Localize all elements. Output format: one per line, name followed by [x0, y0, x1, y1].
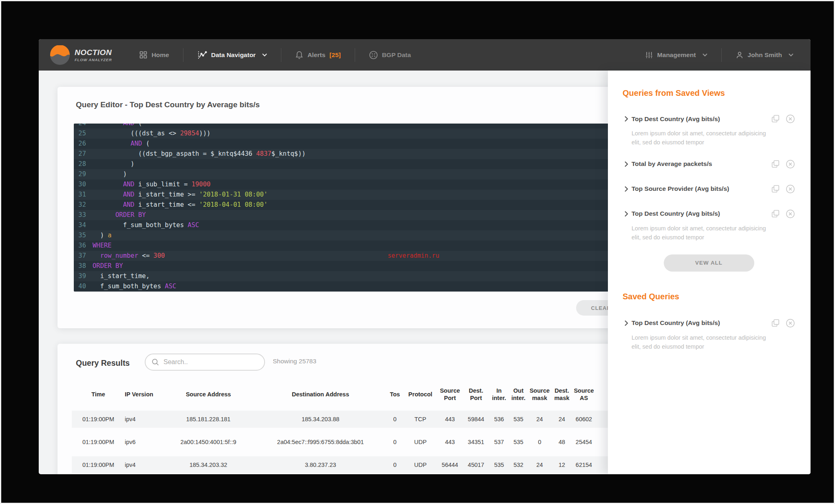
- saved-item: Top Dest Country (Avg bits/s)Lorem ipsum…: [623, 114, 795, 147]
- alerts-count-badge: [25]: [329, 51, 341, 59]
- code-token: ): [93, 169, 127, 179]
- nav-item-home[interactable]: Home: [139, 51, 169, 59]
- column-header: IP Version: [125, 391, 161, 398]
- saved-item-row[interactable]: Top Dest Country (Avg bits/s): [623, 209, 795, 219]
- nav-item-bgp-data[interactable]: BGP Data: [369, 51, 411, 60]
- column-header: Source mask: [528, 387, 552, 402]
- remove-icon[interactable]: [786, 159, 795, 169]
- chevron-right-icon[interactable]: [623, 116, 630, 122]
- table-cell: 34351: [463, 439, 489, 445]
- query-editor-title: Query Editor - Top Dest Country by Avera…: [76, 100, 260, 109]
- chevron-right-icon[interactable]: [623, 320, 630, 326]
- saved-item-actions: [771, 159, 795, 169]
- code-line: 25 (((dst_as <> 29854))): [74, 128, 618, 139]
- code-token: row_number: [100, 251, 138, 261]
- nav-item-user[interactable]: John Smith: [736, 51, 793, 59]
- code-token: [93, 179, 123, 190]
- code-line: 38ORDER BY: [74, 261, 618, 271]
- table-cell: 535: [489, 462, 509, 468]
- remove-icon[interactable]: [786, 184, 795, 194]
- screenshot-frame: NOCTION FLOW ANALYZER Home Data Navi: [0, 0, 835, 504]
- code-token: AND: [130, 139, 142, 149]
- sql-code-editor[interactable]: 24 AND (25 (((dst_as <> 29854)))26 AND (…: [74, 124, 618, 292]
- user-icon: [736, 51, 744, 59]
- chevron-down-icon: [789, 53, 793, 57]
- chevron-right-icon[interactable]: [623, 186, 630, 192]
- column-header: Out inter.: [509, 387, 528, 402]
- table-cell: 2a04:5ec7::f995:6755:8dda:3b01: [255, 439, 386, 445]
- line-number: 37: [74, 251, 93, 261]
- copy-icon[interactable]: [771, 114, 780, 123]
- sliders-icon: [645, 51, 653, 59]
- code-token: [93, 251, 100, 261]
- saved-item-label[interactable]: Top Dest Country (Avg bits/s): [632, 115, 771, 123]
- table-cell: 45017: [463, 462, 489, 468]
- table-row[interactable]: 01:19:00PMipv4185.34.203.323.80.237.230U…: [72, 456, 628, 473]
- nav-item-data-navigator[interactable]: Data Navigator: [197, 51, 267, 60]
- code-token: ASC: [165, 281, 176, 292]
- showing-count: Showing 25783: [273, 358, 316, 365]
- saved-item: Top Source Provider (Avg bits/s): [623, 184, 795, 194]
- table-row[interactable]: 01:19:00PMipv4185.181.228.181185.34.203.…: [72, 411, 628, 428]
- code-line: 37 row_number <= 300serveradmin.ru: [74, 251, 618, 261]
- table-cell: 56444: [437, 462, 463, 468]
- code-token: i_start_time <=: [135, 200, 199, 210]
- copy-icon[interactable]: [771, 159, 780, 168]
- code-token: ORDER BY: [93, 261, 123, 271]
- chevron-down-icon: [702, 53, 707, 57]
- table-cell: 537: [489, 439, 509, 445]
- code-token: '2018-04-01 08:00': [199, 200, 267, 210]
- column-header: Source Address: [161, 391, 255, 398]
- saved-item-description: Lorem ipsum dolor sit amet, consectetur …: [632, 333, 766, 351]
- remove-icon[interactable]: [786, 318, 795, 328]
- table-cell: 0: [386, 439, 404, 445]
- code-token: 4837: [256, 149, 271, 159]
- remove-icon[interactable]: [786, 209, 795, 219]
- search-input[interactable]: [163, 358, 258, 366]
- saved-item-row[interactable]: Top Dest Country (Avg bits/s): [623, 318, 795, 328]
- saved-item-label[interactable]: Top Dest Country (Avg bits/s): [632, 319, 771, 327]
- saved-item-label[interactable]: Top Dest Country (Avg bits/s): [632, 210, 771, 217]
- brand-subtitle: FLOW ANALYZER: [75, 57, 112, 62]
- nav-item-label: Data Navigator: [211, 51, 256, 59]
- copy-icon[interactable]: [771, 318, 780, 327]
- nav-item-management[interactable]: Management: [645, 51, 707, 59]
- table-cell: TCP: [404, 416, 437, 422]
- copy-icon[interactable]: [771, 184, 780, 193]
- nav-item-alerts[interactable]: Alerts [25]: [295, 51, 341, 60]
- code-token: WHERE: [93, 241, 112, 251]
- remove-icon[interactable]: [786, 114, 795, 124]
- code-token: AND: [123, 200, 135, 210]
- noction-logo-icon: [50, 45, 70, 65]
- view-all-button[interactable]: VEW ALL: [664, 254, 754, 272]
- saved-item-label[interactable]: Total by Average packets/s: [632, 160, 771, 168]
- table-cell: 535: [509, 416, 528, 422]
- code-line: 35 ) a: [74, 230, 618, 241]
- copy-icon[interactable]: [771, 209, 780, 218]
- chevron-right-icon[interactable]: [623, 161, 630, 167]
- saved-item-row[interactable]: Top Source Provider (Avg bits/s): [623, 184, 795, 194]
- line-number: 33: [74, 210, 93, 220]
- code-line: 28 ): [74, 159, 618, 169]
- table-cell: 443: [437, 439, 463, 445]
- line-chart-icon: [197, 51, 207, 60]
- saved-item-row[interactable]: Total by Average packets/s: [623, 159, 795, 169]
- code-token: ))): [199, 128, 210, 139]
- nav-separator: [183, 48, 183, 62]
- column-header: Destination Address: [255, 391, 386, 398]
- code-line: 30 AND i_sub_limit = 19000: [74, 179, 618, 190]
- saved-item-label[interactable]: Top Source Provider (Avg bits/s): [632, 185, 771, 192]
- code-token: 29854: [180, 128, 199, 139]
- nav-item-label: Alerts: [307, 51, 325, 59]
- code-token: AND: [123, 124, 135, 128]
- table-cell: 25454: [572, 439, 596, 445]
- code-token: ASC: [188, 220, 199, 230]
- results-search[interactable]: [145, 354, 265, 371]
- chevron-right-icon[interactable]: [623, 211, 630, 217]
- line-number: 31: [74, 190, 93, 200]
- column-header: Dest. Port: [463, 387, 489, 402]
- saved-item-row[interactable]: Top Dest Country (Avg bits/s): [623, 114, 795, 124]
- table-cell: 443: [437, 416, 463, 422]
- table-row[interactable]: 01:19:00PMipv62a00:1450:4001:5f::92a04:5…: [72, 433, 628, 451]
- code-token: AND: [123, 179, 135, 190]
